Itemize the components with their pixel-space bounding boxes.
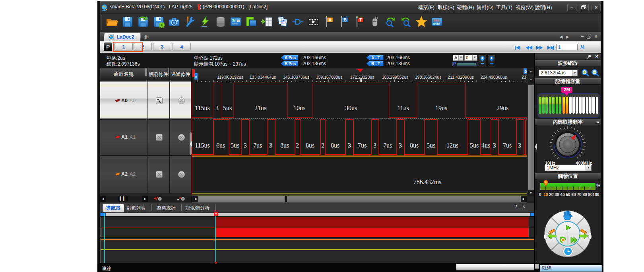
svg-text:5us: 5us: [231, 142, 239, 149]
svg-text:159.167008us: 159.167008us: [316, 75, 343, 80]
svg-text:12us: 12us: [446, 142, 458, 149]
svg-text:7us: 7us: [358, 142, 367, 149]
svg-text:185.299552us: 185.299552us: [382, 75, 409, 80]
svg-text:3: 3: [518, 142, 521, 149]
svg-text:3: 3: [215, 105, 219, 111]
svg-text:7us: 7us: [383, 142, 392, 149]
svg-text:19us: 19us: [435, 105, 447, 111]
svg-text:8us: 8us: [306, 142, 314, 149]
svg-text:5us: 5us: [223, 105, 232, 111]
svg-text:B: B: [343, 18, 346, 22]
svg-text:3: 3: [493, 142, 496, 149]
svg-text:133.034464us: 133.034464us: [250, 75, 276, 80]
svg-text:0101: 0101: [433, 19, 440, 22]
svg-text:115us: 115us: [195, 105, 210, 111]
svg-text:10us: 10us: [293, 105, 305, 111]
svg-text:115us: 115us: [195, 142, 210, 149]
svg-text:30us: 30us: [345, 105, 357, 111]
svg-text:6us: 6us: [216, 142, 225, 149]
svg-text:146.100736us: 146.100736us: [283, 75, 310, 80]
svg-text:A - T: A - T: [371, 56, 380, 60]
svg-text:2: 2: [321, 142, 324, 149]
svg-text:5us: 5us: [427, 142, 435, 149]
svg-text:T: T: [359, 18, 362, 22]
svg-text:3: 3: [399, 142, 402, 149]
svg-text:A: A: [328, 18, 331, 22]
svg-text:B Pos: B Pos: [285, 62, 296, 66]
svg-text:211.432096us: 211.432096us: [448, 75, 474, 80]
svg-text:172.23328us: 172.23328us: [350, 75, 374, 80]
svg-text:B: B: [195, 75, 197, 79]
svg-text:B - T: B - T: [371, 62, 380, 66]
svg-text:224.498368us: 224.498368us: [481, 75, 507, 80]
svg-text:4us: 4us: [481, 142, 490, 149]
svg-text:786.432ms: 786.432ms: [413, 179, 442, 185]
svg-text:A Pos: A Pos: [285, 56, 296, 60]
svg-text:119.968192us: 119.968192us: [217, 75, 243, 80]
svg-text:8us: 8us: [331, 142, 339, 149]
svg-text:8us: 8us: [410, 142, 419, 149]
svg-text:3: 3: [269, 142, 272, 149]
svg-text:2: 2: [296, 142, 299, 149]
svg-text:8us: 8us: [280, 142, 289, 149]
svg-text:D: D: [524, 70, 527, 74]
svg-text:3: 3: [373, 142, 376, 149]
svg-text:21us: 21us: [254, 105, 266, 111]
svg-text:0101: 0101: [433, 22, 440, 26]
svg-text:7us: 7us: [253, 142, 262, 149]
svg-text:5us: 5us: [470, 142, 479, 149]
svg-text:29us: 29us: [497, 105, 508, 111]
svg-text:198.365824us: 198.365824us: [415, 75, 442, 80]
svg-text:3: 3: [348, 142, 351, 149]
svg-text:3: 3: [244, 142, 247, 149]
svg-text:237.5: 237.5: [522, 75, 527, 80]
svg-text:11us: 11us: [397, 105, 409, 111]
svg-text:7us: 7us: [503, 142, 512, 149]
